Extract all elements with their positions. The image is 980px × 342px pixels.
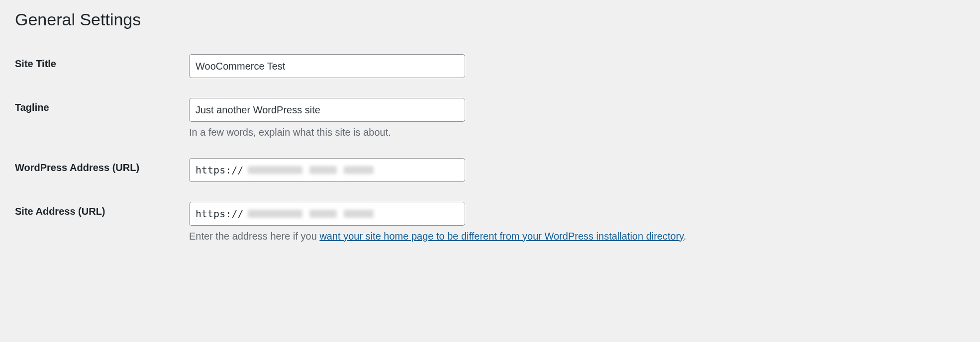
label-site-title: Site Title — [15, 44, 189, 88]
site-address-description: Enter the address here if you want your … — [189, 231, 960, 242]
site-address-input[interactable] — [189, 202, 465, 226]
page-title: General Settings — [15, 10, 965, 29]
row-site-title: Site Title — [15, 44, 965, 88]
settings-form-table: Site Title Tagline In a few words, expla… — [15, 44, 965, 252]
description-suffix-text: . — [684, 231, 686, 242]
description-prefix-text: Enter the address here if you — [189, 231, 319, 242]
settings-wrap: General Settings Site Title Tagline In a… — [0, 0, 980, 267]
label-tagline: Tagline — [15, 88, 189, 148]
site-address-help-link[interactable]: want your site home page to be different… — [319, 231, 683, 242]
label-site-address: Site Address (URL) — [15, 192, 189, 252]
wordpress-address-input[interactable] — [189, 158, 465, 182]
site-title-input[interactable] — [189, 54, 465, 78]
tagline-description: In a few words, explain what this site i… — [189, 127, 960, 138]
tagline-input[interactable] — [189, 98, 465, 122]
row-wordpress-address: WordPress Address (URL) — [15, 148, 965, 192]
row-tagline: Tagline In a few words, explain what thi… — [15, 88, 965, 148]
row-site-address: Site Address (URL) Enter the address her… — [15, 192, 965, 252]
label-wordpress-address: WordPress Address (URL) — [15, 148, 189, 192]
